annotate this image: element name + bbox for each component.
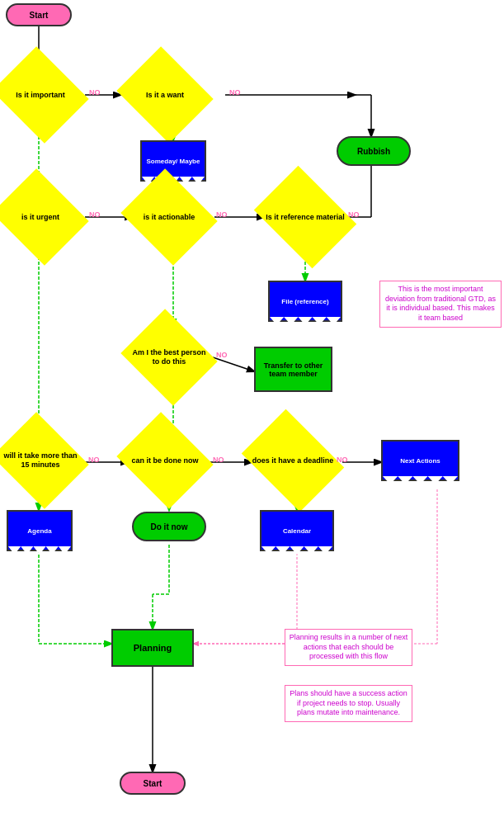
calendar-node: Calendar — [260, 510, 334, 551]
start-bottom-label: Start — [144, 779, 163, 788]
am-best-node: Am I the best person to do this — [120, 309, 217, 405]
next-actions-node: Next Actions — [381, 440, 459, 481]
transfer-label: Transfer to other team member — [256, 361, 331, 378]
start-top-label: Start — [30, 11, 49, 20]
is-reference-label: Is it reference material — [264, 186, 346, 248]
flowchart: Start Is it important NO Is it a want NO… — [0, 0, 504, 817]
note-gtd-deviation: This is the most important deviation fro… — [379, 281, 502, 328]
agenda-node: Agenda — [7, 510, 73, 551]
file-reference-label: File (reference) — [281, 298, 328, 305]
calendar-label: Calendar — [283, 527, 311, 535]
is-urgent-label: is it urgent — [3, 186, 78, 248]
will-15-node: will it take more than 15 minutes — [0, 412, 89, 508]
no-will15: NO — [88, 456, 100, 464]
someday-maybe-node: Someday/ Maybe — [140, 140, 206, 182]
has-deadline-label: does it have a deadline — [252, 429, 334, 492]
can-done-now-node: can it be done now — [116, 412, 213, 508]
am-best-label: Am I the best person to do this — [132, 326, 206, 389]
is-reference-node: Is it reference material — [254, 166, 356, 268]
is-want-node: Is it a want — [116, 46, 213, 143]
agenda-label: Agenda — [27, 527, 51, 535]
no-actionable: NO — [216, 210, 228, 219]
do-it-now-node: Do it now — [132, 512, 206, 541]
no-deadline: NO — [337, 456, 348, 464]
transfer-node: Transfer to other team member — [254, 347, 332, 392]
no-am-best: NO — [216, 351, 228, 359]
note-planning-results: Planning results in a number of next act… — [285, 629, 412, 666]
note-plans-text: Plans should have a success action if pr… — [290, 689, 407, 716]
is-urgent-node: is it urgent — [0, 168, 89, 265]
no-reference: NO — [348, 210, 360, 219]
note-gtd-text: This is the most important deviation fro… — [385, 285, 496, 322]
next-actions-label: Next Actions — [400, 457, 440, 465]
no-important: NO — [89, 88, 101, 97]
start-bottom-node: Start — [120, 772, 186, 795]
is-actionable-node: is it actionable — [120, 168, 217, 265]
planning-label: Planning — [134, 643, 172, 653]
will-15-label: will it take more than 15 minutes — [3, 429, 78, 492]
planning-node: Planning — [111, 629, 194, 667]
file-reference-node: File (reference) — [268, 281, 342, 322]
is-important-node: Is it important — [0, 46, 89, 143]
is-want-label: Is it a want — [128, 64, 202, 126]
has-deadline-node: does it have a deadline — [242, 409, 344, 512]
note-planning-text: Planning results in a number of next act… — [290, 633, 408, 660]
someday-maybe-label: Someday/ Maybe — [145, 156, 202, 167]
rubbish-label: Rubbish — [357, 147, 390, 156]
no-can-done: NO — [213, 456, 224, 464]
is-actionable-label: is it actionable — [132, 186, 206, 248]
start-top-node: Start — [6, 3, 72, 26]
is-important-label: Is it important — [3, 64, 78, 126]
note-plans-success: Plans should have a success action if pr… — [285, 685, 412, 722]
no-urgent: NO — [89, 210, 101, 219]
no-want: NO — [229, 88, 241, 97]
can-done-now-label: can it be done now — [128, 429, 202, 492]
do-it-now-label: Do it now — [151, 522, 188, 531]
rubbish-node: Rubbish — [337, 136, 411, 166]
svg-line-9 — [213, 357, 254, 371]
